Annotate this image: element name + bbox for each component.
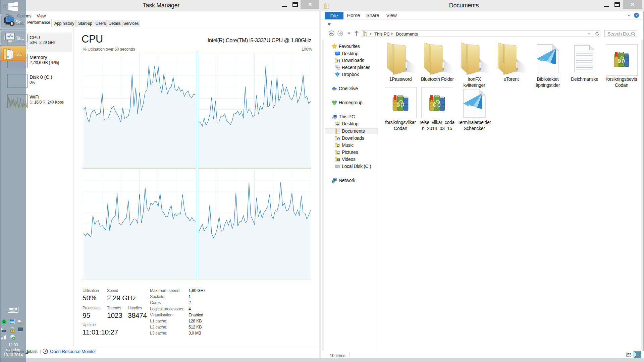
svg-text:S: S: [1, 327, 3, 330]
